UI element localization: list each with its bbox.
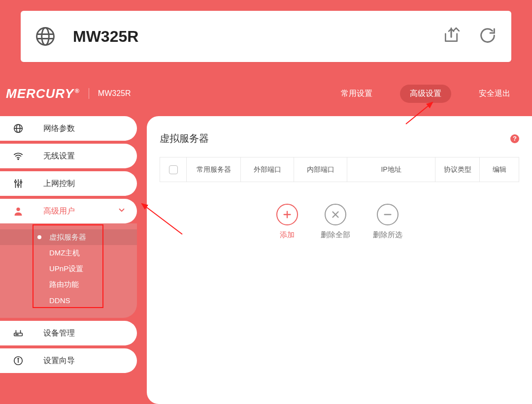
- globe-icon: [11, 123, 26, 134]
- column-header-checkbox: [160, 157, 187, 182]
- delete-all-button[interactable]: 删除全部: [321, 204, 350, 240]
- svg-point-4: [18, 159, 19, 160]
- action-label: 添加: [280, 230, 295, 240]
- svg-point-1: [42, 28, 49, 45]
- browser-title: MW325R: [73, 28, 441, 46]
- column-header-common-server: 常用服务器: [187, 157, 241, 182]
- sidebar: 网络参数 无线设置 上网控制 高级用户: [0, 116, 137, 404]
- sidebar-submenu-advanced-user: 虚拟服务器 DMZ主机 UPnP设置 路由功能 DDNS: [0, 223, 137, 318]
- submenu-route[interactable]: 路由功能: [0, 277, 137, 292]
- sidebar-item-label: 上网控制: [43, 179, 75, 189]
- sidebar-item-advanced-user[interactable]: 高级用户: [0, 199, 137, 223]
- page-title: 虚拟服务器: [160, 132, 209, 145]
- sidebar-item-wireless[interactable]: 无线设置: [0, 144, 137, 168]
- virtual-server-table: 常用服务器 外部端口 内部端口 IP地址 协议类型 编辑: [160, 157, 519, 182]
- action-label: 删除全部: [321, 230, 350, 240]
- globe-icon: [34, 26, 56, 47]
- sidebar-item-label: 设备管理: [43, 328, 75, 339]
- svg-point-13: [18, 358, 19, 359]
- svg-point-10: [16, 334, 16, 335]
- sidebar-item-wizard[interactable]: 设置向导: [0, 348, 137, 373]
- nav-advanced-settings[interactable]: 高级设置: [400, 85, 451, 103]
- submenu-virtual-server[interactable]: 虚拟服务器: [0, 229, 137, 245]
- wifi-icon: [11, 151, 26, 161]
- sidebar-item-label: 虚拟服务器: [49, 233, 86, 242]
- sidebar-item-label: UPnP设置: [49, 264, 83, 274]
- submenu-dmz[interactable]: DMZ主机: [0, 245, 137, 261]
- sidebar-item-control[interactable]: 上网控制: [0, 171, 137, 196]
- brand-logo: MERCURY®: [6, 86, 80, 101]
- svg-point-11: [17, 334, 18, 335]
- submenu-upnp[interactable]: UPnP设置: [0, 261, 137, 277]
- sidebar-item-label: 设置向导: [43, 356, 75, 366]
- info-icon: [11, 355, 26, 366]
- add-button[interactable]: 添加: [276, 204, 298, 240]
- x-icon: [325, 204, 346, 225]
- svg-point-8: [16, 208, 20, 211]
- share-icon[interactable]: [441, 26, 461, 47]
- nav-logout[interactable]: 安全退出: [469, 85, 520, 103]
- plus-icon: [276, 204, 298, 225]
- main-panel: 虚拟服务器 ? 常用服务器 外部端口 内部端口 IP地址 协议类型 编辑: [147, 116, 532, 404]
- sidebar-item-label: 路由功能: [49, 280, 79, 289]
- column-header-int-port: 内部端口: [294, 157, 347, 182]
- nav-common-settings[interactable]: 常用设置: [331, 85, 382, 103]
- svg-point-6: [17, 184, 19, 186]
- svg-point-7: [20, 181, 22, 183]
- sidebar-item-label: 网络参数: [43, 124, 75, 134]
- chevron-down-icon: [117, 206, 126, 217]
- column-header-proto: 协议类型: [435, 157, 480, 182]
- user-icon: [11, 206, 26, 217]
- select-all-checkbox[interactable]: [169, 165, 178, 174]
- help-icon[interactable]: ?: [510, 134, 519, 143]
- svg-point-5: [15, 181, 17, 183]
- sliders-icon: [11, 178, 26, 189]
- app: MERCURY® MW325R 常用设置 高级设置 安全退出 网络参数 无线设置: [0, 73, 532, 404]
- column-header-ext-port: 外部端口: [241, 157, 294, 182]
- submenu-ddns[interactable]: DDNS: [0, 292, 137, 308]
- sidebar-item-network[interactable]: 网络参数: [0, 116, 137, 141]
- browser-address-bar: MW325R: [21, 11, 511, 62]
- reload-icon[interactable]: [478, 26, 498, 47]
- sidebar-item-label: DDNS: [49, 296, 70, 305]
- sidebar-item-label: 高级用户: [43, 206, 75, 217]
- sidebar-item-device-mgmt[interactable]: 设备管理: [0, 321, 137, 345]
- sidebar-item-label: DMZ主机: [49, 249, 80, 258]
- minus-icon: [377, 204, 399, 225]
- sidebar-item-label: 无线设置: [43, 151, 75, 161]
- svg-point-0: [37, 28, 54, 45]
- column-header-edit: 编辑: [480, 157, 519, 182]
- router-icon: [11, 328, 26, 339]
- app-header: MERCURY® MW325R 常用设置 高级设置 安全退出: [0, 73, 532, 114]
- brand-model: MW325R: [98, 89, 131, 98]
- column-header-ip: IP地址: [347, 157, 435, 182]
- delete-selected-button[interactable]: 删除所选: [373, 204, 402, 240]
- top-nav: 常用设置 高级设置 安全退出: [331, 85, 520, 103]
- action-label: 删除所选: [373, 230, 402, 240]
- table-actions: 添加 删除全部 删除所选: [160, 204, 519, 240]
